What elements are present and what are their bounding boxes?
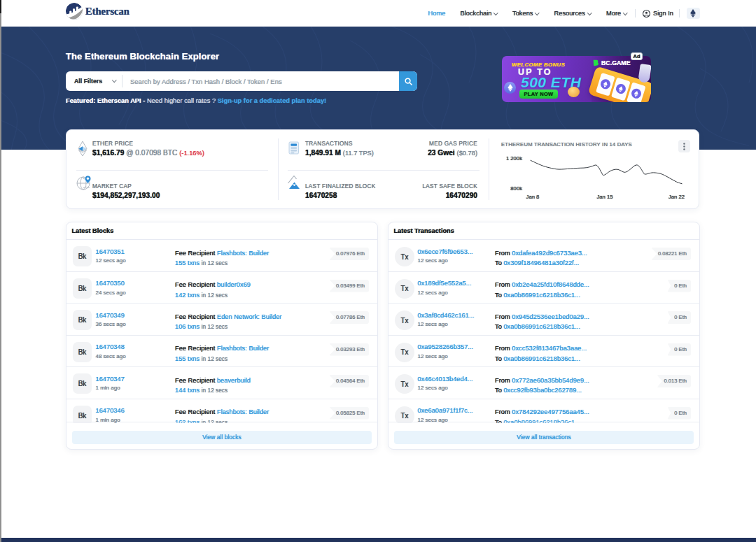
svg-text:Jan 15: Jan 15 <box>596 194 612 200</box>
svg-text:1 200k: 1 200k <box>506 155 522 162</box>
svg-text:Jan 22: Jan 22 <box>668 194 685 200</box>
svg-text:Jan 8: Jan 8 <box>526 194 540 200</box>
svg-text:800k: 800k <box>510 185 522 192</box>
